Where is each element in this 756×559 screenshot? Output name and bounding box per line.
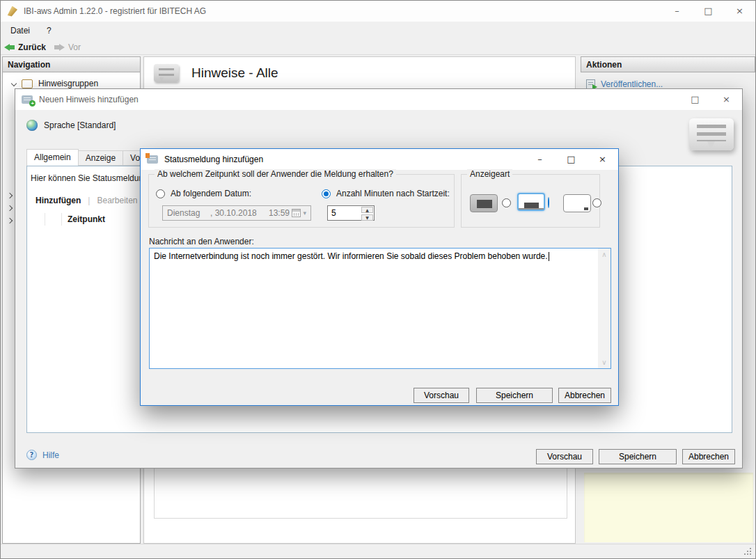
date-radio-option[interactable]: Ab folgendem Datum: xyxy=(156,189,251,198)
back-button[interactable]: Zurück xyxy=(4,42,46,52)
column-header-row: Zeitpunkt xyxy=(36,211,105,228)
actions-header: Aktionen xyxy=(581,56,755,72)
cancel-button[interactable]: Abbrechen xyxy=(558,388,611,403)
menubar: Datei ? xyxy=(1,22,755,40)
dialog2-titlebar: Statusmeldung hinzufügen – □ × xyxy=(141,149,618,170)
add-button[interactable]: Hinzufügen xyxy=(36,196,81,205)
hinweise-list-area xyxy=(154,468,567,519)
maximize-button[interactable]: □ xyxy=(693,1,724,21)
language-selector[interactable]: Sprache [Standard] xyxy=(26,120,116,131)
tree-item-hinweisgruppen[interactable]: Hinweisgruppen xyxy=(3,79,140,88)
preview-button[interactable]: Vorschau xyxy=(536,449,593,464)
display-option1-radio[interactable] xyxy=(502,198,511,207)
content-header: Hinweise - Alle xyxy=(144,57,575,86)
app-icon xyxy=(7,6,17,17)
dialog1-title: Neuen Hinweis hinzufügen xyxy=(39,95,139,104)
minutes-value[interactable]: 5 xyxy=(328,206,361,220)
navigation-header: Navigation xyxy=(2,56,141,72)
display-type-group: Anzeigeart xyxy=(461,174,600,228)
menu-datei[interactable]: Datei xyxy=(10,26,30,36)
forward-arrow-icon xyxy=(54,44,65,51)
close-button[interactable]: × xyxy=(724,1,755,21)
minutes-radio-option[interactable]: Anzahl Minuten nach Startzeit: xyxy=(322,189,450,198)
main-titlebar: IBI-aws Admin 1.22.0 - registriert für I… xyxy=(1,1,755,22)
scroll-down-icon[interactable]: ∨ xyxy=(601,359,606,366)
help-link[interactable]: ? Hilfe xyxy=(26,450,59,460)
chevron-right-icon[interactable] xyxy=(7,205,13,211)
save-button[interactable]: Speichern xyxy=(599,449,677,464)
publish-icon xyxy=(586,79,595,89)
textarea-scrollbar[interactable]: ∧ ∨ xyxy=(598,249,611,368)
app-window: IBI-aws Admin 1.22.0 - registriert für I… xyxy=(0,0,756,559)
spin-up-button[interactable]: ▲ xyxy=(361,207,373,213)
resize-grip[interactable] xyxy=(743,547,751,555)
statusmeldung-icon xyxy=(147,155,158,164)
chevron-down-icon[interactable] xyxy=(11,81,17,86)
chevron-right-icon[interactable] xyxy=(7,193,13,198)
preview-button[interactable]: Vorschau xyxy=(414,388,469,403)
info-note-pane xyxy=(584,473,753,542)
status-bar xyxy=(1,544,755,558)
globe-icon xyxy=(26,120,38,131)
dialog2-caption-buttons: – □ × xyxy=(524,149,618,170)
toolbar: Zurück Vor xyxy=(1,40,755,55)
minutes-spinner[interactable]: 5 ▲ ▼ xyxy=(327,205,375,221)
message-text: Die Internetverbindung ist noch immer ge… xyxy=(154,251,548,261)
time-group-legend: Ab welchem Zeitpunkt soll der Anwender d… xyxy=(155,169,396,179)
dropdown-arrow-icon[interactable]: ▾ xyxy=(303,210,306,216)
forward-button[interactable]: Vor xyxy=(54,42,81,52)
actions-body: Veröffentlichen... xyxy=(581,72,755,89)
spin-down-button[interactable]: ▼ xyxy=(361,214,373,221)
radio-unchecked-icon[interactable] xyxy=(156,189,165,198)
message-textarea[interactable]: Die Internetverbindung ist noch immer ge… xyxy=(149,248,611,369)
panel-intro-text: Hier können Sie Statusmeldun xyxy=(31,173,143,183)
close-button[interactable]: × xyxy=(711,89,742,109)
publish-link[interactable]: Veröffentlichen... xyxy=(586,79,755,89)
tab-anzeige[interactable]: Anzeige xyxy=(79,150,123,166)
hinweise-bubble-icon xyxy=(154,64,179,82)
back-arrow-icon xyxy=(4,44,15,51)
date-picker[interactable]: Dienstag , 30.10.2018 13:59 ▾ xyxy=(162,205,311,221)
cancel-button[interactable]: Abbrechen xyxy=(682,449,735,464)
display-banner-icon[interactable] xyxy=(517,193,545,211)
main-caption-buttons: – □ × xyxy=(661,1,755,21)
menu-help[interactable]: ? xyxy=(47,26,52,36)
window-title: IBI-aws Admin 1.22.0 - registriert für I… xyxy=(24,6,206,16)
display-popup-icon[interactable] xyxy=(563,194,591,212)
page-title: Hinweise - Alle xyxy=(191,65,278,81)
dialog1-caption-buttons: □ × xyxy=(679,89,742,110)
display-fullscreen-icon[interactable] xyxy=(470,194,498,212)
close-button[interactable]: × xyxy=(587,149,618,169)
edit-button[interactable]: Bearbeiten xyxy=(97,196,137,205)
radio-checked-icon[interactable] xyxy=(322,189,331,198)
dialog1-titlebar: + Neuen Hinweis hinzufügen □ × xyxy=(15,89,742,110)
dialog2-title: Statusmeldung hinzufügen xyxy=(164,155,263,164)
column-zeitpunkt[interactable]: Zeitpunkt xyxy=(62,214,105,224)
display-option2-radio[interactable] xyxy=(548,197,549,208)
maximize-button[interactable]: □ xyxy=(679,89,711,109)
chevron-right-icon[interactable] xyxy=(7,218,13,223)
toolbar-separator: | xyxy=(88,196,90,205)
help-icon: ? xyxy=(26,450,37,460)
hinweisgruppen-icon xyxy=(22,79,33,88)
calendar-icon xyxy=(292,209,301,217)
collapsed-tree-expanders xyxy=(8,194,12,223)
tab-allgemein[interactable]: Allgemein xyxy=(26,149,79,166)
dialog-statusmeldung: Statusmeldung hinzufügen – □ × Ab welche… xyxy=(140,148,619,406)
save-button[interactable]: Speichern xyxy=(476,388,553,403)
time-group: Ab welchem Zeitpunkt soll der Anwender d… xyxy=(148,174,455,228)
note-add-icon: + xyxy=(22,95,33,104)
scroll-up-icon[interactable]: ∧ xyxy=(601,251,606,258)
list-toolbar: Hinzufügen | Bearbeiten xyxy=(36,196,138,205)
minimize-button[interactable]: – xyxy=(661,1,693,21)
text-caret xyxy=(549,252,549,261)
display-group-legend: Anzeigeart xyxy=(467,169,512,179)
big-bubble-icon xyxy=(689,118,734,150)
maximize-button[interactable]: □ xyxy=(556,149,587,169)
minimize-button[interactable]: – xyxy=(524,149,556,169)
column-empty-1 xyxy=(36,213,45,226)
message-label: Nachricht an den Anwender: xyxy=(149,237,254,246)
column-empty-2 xyxy=(45,213,62,226)
display-option3-radio[interactable] xyxy=(592,198,601,207)
